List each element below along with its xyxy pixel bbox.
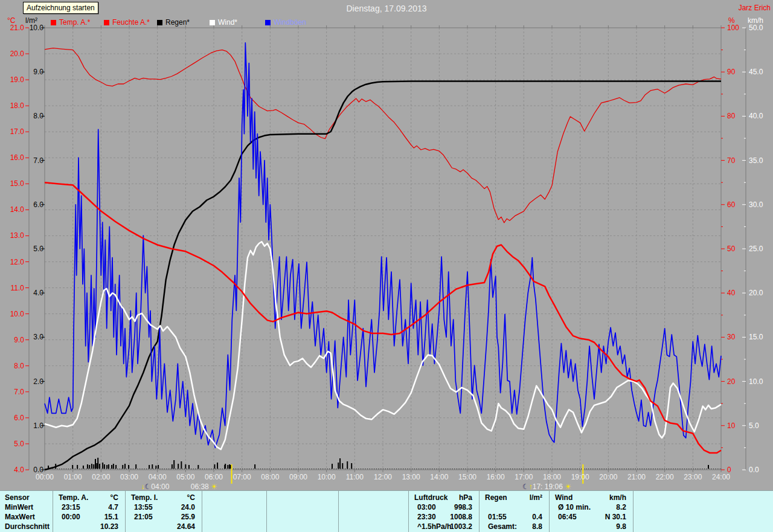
table-col-empty — [266, 491, 339, 532]
marker-text: 17: 19:06 — [533, 482, 565, 491]
humidity-axis-label: 90 — [727, 68, 743, 75]
humidity-axis-label: 80 — [727, 112, 743, 120]
stats-table: SensorMinWertMaxWertDurchschnittTemp. A.… — [0, 490, 773, 532]
x-axis-label: 04:00 — [144, 473, 171, 481]
rain-axis-label: 2.0 — [27, 378, 43, 385]
x-axis-label: 20:00 — [595, 473, 621, 481]
humidity-axis-label: 100 — [727, 24, 743, 31]
rain-axis-label: 10.0 — [27, 24, 43, 31]
table-row-labels: SensorMinWertMaxWertDurchschnitt — [0, 491, 53, 532]
marker-text: 06:38 — [191, 482, 211, 491]
x-axis-label: 23:00 — [679, 473, 706, 481]
rain-axis-label: 3.0 — [27, 333, 43, 341]
x-axis-label: 21:00 — [623, 473, 650, 481]
x-axis-label: 16:00 — [483, 473, 509, 481]
cell-value: 1003.2 — [424, 522, 472, 531]
temp-axis-label: 13.0 — [0, 232, 24, 239]
temp-axis-label: 18.0 — [0, 102, 24, 109]
cell-value: 0.4 — [494, 513, 542, 522]
series-feuchte-a- — [45, 48, 721, 223]
table-col-temp-i-: Temp. I.°C13:5524.021:0525.924.64 — [125, 491, 202, 532]
temp-axis-label: 12.0 — [0, 258, 24, 266]
temp-axis-label: 14.0 — [0, 206, 24, 213]
x-axis-label: 14:00 — [426, 473, 452, 481]
x-axis-label: 01:00 — [60, 473, 86, 481]
x-axis-label: 15:00 — [454, 473, 481, 481]
x-axis-label: 18:00 — [539, 473, 565, 481]
x-axis-label: 13:00 — [398, 473, 425, 481]
humidity-axis-label: 60 — [727, 201, 743, 208]
x-axis-label: 12:00 — [370, 473, 396, 481]
table-col-temp-a-: Temp. A.°C23:154.700:0015.110.23 — [53, 491, 126, 532]
humidity-axis-label: 10 — [727, 422, 743, 429]
rain-axis-label: 6.0 — [27, 201, 43, 208]
row-label: Sensor — [5, 493, 52, 502]
windspeed-axis-label: 5.0 — [749, 422, 769, 429]
x-axis-label: 05:00 — [172, 473, 199, 481]
x-axis-label: 11:00 — [341, 473, 368, 481]
table-col-empty — [633, 491, 773, 532]
table-col-wind: Windkm/hØ 10 min.8.206:45N 30.19.8 — [549, 491, 633, 532]
cell-value: 25.9 — [147, 513, 195, 522]
humidity-axis-label: 30 — [727, 333, 743, 341]
x-axis-label: 07:00 — [229, 473, 255, 481]
cell-value — [494, 503, 542, 512]
col-header-unit: km/h — [597, 493, 626, 502]
x-axis-label: 02:00 — [88, 473, 114, 481]
x-axis-label: 09:00 — [285, 473, 312, 481]
cell-value: 9.8 — [578, 522, 626, 531]
humidity-axis-label: 40 — [727, 289, 743, 296]
windspeed-axis-label: 25.0 — [749, 245, 769, 252]
moon-icon: ☾ — [522, 482, 529, 491]
col-header-unit: °C — [166, 493, 195, 502]
col-header-unit: l/m² — [513, 493, 542, 502]
cell-value: 24.64 — [147, 522, 195, 531]
col-header-unit: hPa — [443, 493, 472, 502]
x-axis-label: 10:00 — [313, 473, 340, 481]
temp-axis-label: 16.0 — [0, 154, 24, 161]
cell-value: 15.1 — [70, 513, 118, 522]
marker-text: 04:00 — [151, 482, 169, 491]
table-col-empty — [338, 491, 409, 532]
humidity-axis-label: 20 — [727, 378, 743, 385]
rain-axis-label: 8.0 — [27, 112, 43, 120]
x-axis-label: 17:00 — [510, 473, 537, 481]
cell-value: 24.0 — [147, 503, 195, 512]
rain-axis-label: 9.0 — [27, 68, 43, 75]
col-header-unit: °C — [89, 493, 118, 502]
windspeed-axis-label: 40.0 — [749, 112, 769, 120]
rain-axis-label: 1.0 — [27, 422, 43, 429]
humidity-axis-label: 50 — [727, 245, 743, 252]
x-axis-label: 08:00 — [257, 473, 283, 481]
sun-icon: ☀ — [565, 482, 571, 491]
windspeed-axis-label: 10.0 — [749, 378, 769, 385]
table-col-regen: Regenl/m²01:550.4Gesamt:8.8 — [479, 491, 550, 532]
x-axis-label: 06:00 — [200, 473, 227, 481]
cell-value: 1008.8 — [424, 513, 472, 522]
x-axis-label: 22:00 — [652, 473, 678, 481]
x-axis-label: 03:00 — [116, 473, 143, 481]
rain-axis-label: 5.0 — [27, 245, 43, 252]
row-label: MaxWert — [5, 513, 52, 522]
temp-axis-label: 11.0 — [0, 284, 24, 292]
windspeed-axis-label: 30.0 — [749, 201, 769, 208]
weather-chart-plot — [0, 0, 773, 490]
rain-axis-label: 7.0 — [27, 157, 43, 164]
table-col-luftdruck: LuftdruckhPa03:00998.323:301008.8^1.5hPa… — [408, 491, 480, 532]
cell-value: 4.7 — [70, 503, 118, 512]
temp-axis-label: 17.0 — [0, 128, 24, 135]
table-col-empty — [202, 491, 267, 532]
rain-axis-label: 4.0 — [27, 289, 43, 296]
windspeed-axis-label: 0.0 — [749, 466, 769, 473]
temp-axis-label: 8.0 — [0, 362, 24, 370]
temp-axis-label: 4.0 — [0, 466, 24, 473]
temp-axis-label: 15.0 — [0, 180, 24, 187]
temp-axis-label: 9.0 — [0, 336, 24, 344]
x-axis-label: 00:00 — [31, 473, 58, 481]
cell-value: 998.3 — [424, 503, 472, 512]
windspeed-axis-label: 15.0 — [749, 333, 769, 341]
temp-axis-label: 7.0 — [0, 388, 24, 396]
windspeed-axis-label: 35.0 — [749, 157, 769, 164]
windspeed-axis-label: 20.0 — [749, 289, 769, 296]
windspeed-axis-label: 45.0 — [749, 68, 769, 75]
